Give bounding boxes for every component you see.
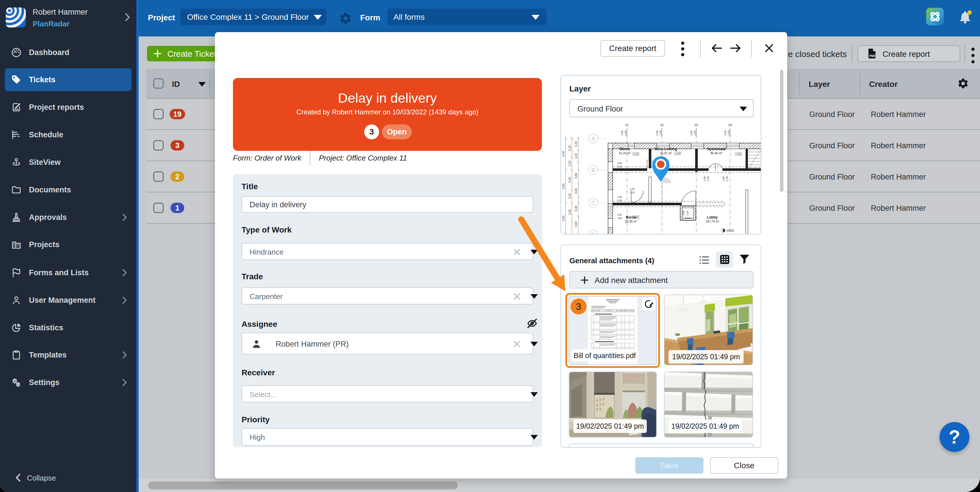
svg-text:0,33: 0,33 [574,141,578,147]
svg-text:D: D [591,232,595,234]
svg-text:Amount: Amount [630,310,635,311]
svg-text:1,00: 1,00 [722,176,725,181]
svg-text:Büros: Büros [619,147,630,151]
svg-text:0,84: 0,84 [574,173,578,178]
svg-text:Unit: Unit [622,310,625,311]
svg-text:2,10: 2,10 [686,211,689,216]
svg-text:32,35 m²: 32,35 m² [625,220,637,223]
svg-text:0,84: 0,84 [574,188,578,194]
svg-text:2,10: 2,10 [706,176,710,181]
svg-text:0,30: 0,30 [568,177,571,183]
svg-text:Item No: Item No [595,310,600,311]
svg-text:Lobby: Lobby [707,215,718,219]
svg-text:PDF: PDF [869,54,876,57]
svg-text:Rate: Rate [625,310,628,311]
svg-text:2,02: 2,02 [568,161,571,166]
svg-text:S.No: S.No [592,310,595,311]
svg-text:197,74 m²: 197,74 m² [705,220,719,223]
svg-text:±0,00: ±0,00 [726,229,734,232]
svg-text:90,46 m²: 90,46 m² [710,151,722,155]
svg-text:2,02: 2,02 [568,193,571,199]
svg-text:2,00: 2,00 [617,196,622,198]
svg-text:04: 04 [729,123,732,127]
svg-text:31,24 m²: 31,24 m² [619,151,631,155]
svg-text:15,01 m²: 15,01 m² [660,151,672,155]
svg-text:1,50: 1,50 [694,131,696,135]
svg-text:1,50: 1,50 [617,217,622,220]
svg-text:Quantity: Quantity [617,310,622,311]
svg-text:2,10: 2,10 [725,176,729,181]
svg-text:1,00: 1,00 [675,152,680,155]
svg-text:1,50: 1,50 [617,165,622,168]
svg-text:B: B [592,167,595,173]
svg-text:2,00: 2,00 [690,131,693,135]
svg-text:1,00: 1,00 [736,153,741,155]
svg-text:2,00: 2,00 [617,162,622,165]
svg-text:1,00: 1,00 [630,188,635,190]
svg-text:Description: Description [605,310,612,311]
svg-text:1,50: 1,50 [624,131,627,135]
svg-text:4,00: 4,00 [562,151,565,157]
svg-text:4,00: 4,00 [562,183,565,189]
svg-text:1,00: 1,00 [633,216,638,218]
svg-text:03: 03 [695,123,698,127]
svg-text:2,00: 2,00 [620,131,624,135]
svg-text:2,00: 2,00 [655,131,659,135]
svg-text:1,00: 1,00 [682,211,685,216]
svg-text:1,50: 1,50 [617,199,622,202]
svg-text:1,32: 1,32 [574,153,578,159]
svg-text:2,00: 2,00 [617,213,622,216]
svg-text:1,00: 1,00 [633,153,638,155]
svg-text:2,10: 2,10 [630,191,635,194]
svg-text:A: A [592,135,595,142]
svg-text:1,50: 1,50 [727,131,730,135]
svg-text:C: C [591,200,595,206]
svg-text:Speisesaal: Speisesaal [707,147,726,151]
svg-text:01: 01 [625,123,629,127]
svg-text:2,00: 2,00 [724,131,727,135]
svg-text:1,00: 1,00 [703,176,706,181]
svg-text:2,33: 2,33 [568,145,571,151]
svg-text:1,50: 1,50 [659,131,662,135]
svg-text:02: 02 [660,123,663,127]
svg-text:Büro-Leitung: Büro-Leitung [655,147,677,151]
